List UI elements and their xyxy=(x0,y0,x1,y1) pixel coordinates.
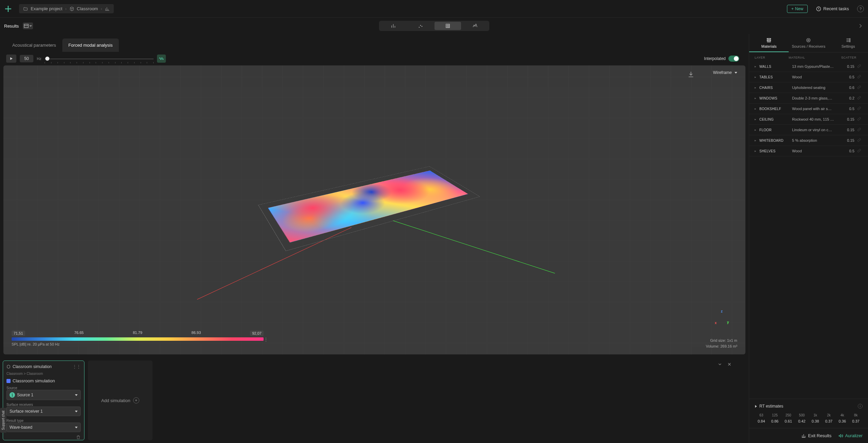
legend-max[interactable]: 92,07 xyxy=(250,331,264,336)
material-layer: WINDOWS xyxy=(759,96,792,100)
material-scatter: 0.5 xyxy=(841,107,854,111)
view-mode-response[interactable] xyxy=(462,22,488,30)
tab-sources-receivers[interactable]: Sources / Receivers xyxy=(789,34,828,52)
app-logo[interactable] xyxy=(4,5,12,13)
rt-value: 0.42 xyxy=(795,417,809,423)
breadcrumb-separator: › xyxy=(65,6,66,11)
interpolated-toggle[interactable] xyxy=(728,56,739,62)
link-icon[interactable] xyxy=(857,96,863,101)
tab-acoustical-parameters[interactable]: Acoustical parameters xyxy=(6,39,62,52)
material-scatter: 0.15 xyxy=(841,128,854,132)
header-material: MATERIAL xyxy=(789,56,841,59)
view-mode-heatmap[interactable] xyxy=(435,22,461,30)
toolbar: Results xyxy=(0,18,868,34)
rt-value: 0.36 xyxy=(836,417,849,423)
slider-thumb[interactable] xyxy=(45,57,49,61)
result-type-select[interactable]: Wave-based xyxy=(6,423,81,432)
result-type-value: Wave-based xyxy=(10,425,32,430)
material-layer: WALLS xyxy=(759,65,792,68)
rt-frequency: 125 xyxy=(768,413,782,417)
tab-sources-label: Sources / Receivers xyxy=(792,44,825,48)
link-icon[interactable] xyxy=(857,149,863,153)
material-row[interactable]: ▸BOOKSHELFWood panel with air s…0.5 xyxy=(749,104,868,114)
view-mode-bars[interactable] xyxy=(380,22,407,30)
chevron-right-icon: ▸ xyxy=(755,75,758,79)
simulation-card[interactable]: Classroom simulation ⋮⋮ Classroom > Clas… xyxy=(3,361,84,440)
rt-frequency: 250 xyxy=(782,413,795,417)
tab-settings[interactable]: Settings xyxy=(828,34,868,52)
tab-forced-modal-analysis[interactable]: Forced modal analysis xyxy=(62,39,119,52)
surface-receiver-select[interactable]: Surface receiver 1 xyxy=(6,407,81,416)
help-icon[interactable]: ? xyxy=(857,5,864,12)
material-row[interactable]: ▸TABLESWood0.5 xyxy=(749,72,868,82)
legend-value: 81.79 xyxy=(133,331,142,336)
rt-value: 0.61 xyxy=(782,417,795,423)
material-row[interactable]: ▸SHELVESWood0.5 xyxy=(749,146,868,156)
link-icon[interactable] xyxy=(857,64,863,69)
material-row[interactable]: ▸FLOORLinoleum or vinyl on c…0.15 xyxy=(749,125,868,135)
material-row[interactable]: ▸CEILINGRockwool 40 mm, 115 …0.15 xyxy=(749,114,868,125)
view-mode-points[interactable] xyxy=(407,22,434,30)
link-icon[interactable] xyxy=(857,106,863,111)
chevron-right-icon: ▸ xyxy=(755,118,758,121)
link-icon[interactable] xyxy=(857,127,863,132)
close-panel-icon[interactable] xyxy=(727,362,732,368)
rt-frequency: 4k xyxy=(836,413,849,417)
expand-panel-icon[interactable] xyxy=(857,22,864,29)
waveform-icon-button[interactable] xyxy=(157,55,166,63)
material-row[interactable]: ▸WINDOWSDouble 2-3 mm glass,…0.2 xyxy=(749,93,868,104)
legend-resize-handle[interactable]: ⋮ xyxy=(264,337,268,342)
add-simulation-button[interactable]: Add simulation + xyxy=(88,361,153,440)
collapse-panel-icon[interactable] xyxy=(717,362,722,368)
tab-materials-label: Materials xyxy=(761,44,777,48)
material-name: Wood panel with air s… xyxy=(792,107,841,111)
source-value: Source 1 xyxy=(17,393,33,397)
new-button[interactable]: + New xyxy=(787,5,808,13)
chevron-right-icon xyxy=(755,405,757,408)
viewport-3d[interactable]: Wireframe x y z 71,51 76.65 81.79 86.93 … xyxy=(3,65,745,354)
render-mode-dropdown[interactable]: Wireframe xyxy=(713,70,737,75)
rt-value: 0.37 xyxy=(822,417,836,423)
chevron-right-icon: ▸ xyxy=(755,86,758,89)
exit-results-button[interactable]: Exit Results xyxy=(801,433,832,438)
recent-tasks-button[interactable]: Recent tasks xyxy=(816,6,849,12)
tab-materials[interactable]: Materials xyxy=(749,34,789,52)
drag-handle-icon[interactable]: ⋮⋮ xyxy=(73,364,81,369)
chevron-down-icon xyxy=(29,25,32,27)
view-mode-tabs xyxy=(379,21,489,31)
trash-icon[interactable] xyxy=(76,435,81,440)
material-row[interactable]: ▸WHITEBOARD5 % absorption0.15 xyxy=(749,135,868,146)
orientation-gizmo[interactable]: x y z xyxy=(711,307,732,327)
link-icon[interactable] xyxy=(857,75,863,79)
recent-tasks-label: Recent tasks xyxy=(823,6,849,11)
rt-frequency: 500 xyxy=(795,413,809,417)
breadcrumb-model[interactable]: Classroom xyxy=(77,6,98,11)
source-select[interactable]: 1Source 1 xyxy=(6,390,81,400)
legend-min[interactable]: 71,51 xyxy=(12,331,25,336)
link-icon[interactable] xyxy=(857,85,863,90)
link-icon[interactable] xyxy=(857,138,863,143)
material-name: 13 mm Gypsum/Plaste… xyxy=(792,64,841,68)
cube-icon xyxy=(6,365,11,369)
auralizer-button[interactable]: Auralizer xyxy=(838,433,863,438)
rt-header[interactable]: RT estimates i xyxy=(755,404,863,409)
material-row[interactable]: ▸CHAIRSUpholstered seating0.6 xyxy=(749,82,868,93)
material-layer: BOOKSHELF xyxy=(759,107,792,111)
support-chat-tab[interactable]: Support chat xyxy=(0,408,6,433)
frequency-slider[interactable] xyxy=(45,55,154,63)
material-layer: CEILING xyxy=(759,118,792,121)
link-icon[interactable] xyxy=(857,117,863,122)
frequency-input[interactable]: 50 xyxy=(20,55,33,62)
chevron-right-icon: ▸ xyxy=(755,107,758,110)
info-icon[interactable]: i xyxy=(858,404,863,409)
layout-toggle[interactable] xyxy=(23,22,33,29)
play-button[interactable] xyxy=(6,55,16,63)
svg-point-2 xyxy=(419,27,420,28)
breadcrumb[interactable]: Example project › Classroom › xyxy=(19,4,114,13)
download-icon[interactable] xyxy=(688,71,694,78)
breadcrumb-project[interactable]: Example project xyxy=(31,6,62,11)
material-row[interactable]: ▸WALLS13 mm Gypsum/Plaste…0.15 xyxy=(749,61,868,72)
sidebar-actions: Exit Results Auralizer xyxy=(749,428,868,443)
header-layer: LAYER xyxy=(755,56,789,59)
surface-receiver-value: Surface receiver 1 xyxy=(10,409,43,414)
